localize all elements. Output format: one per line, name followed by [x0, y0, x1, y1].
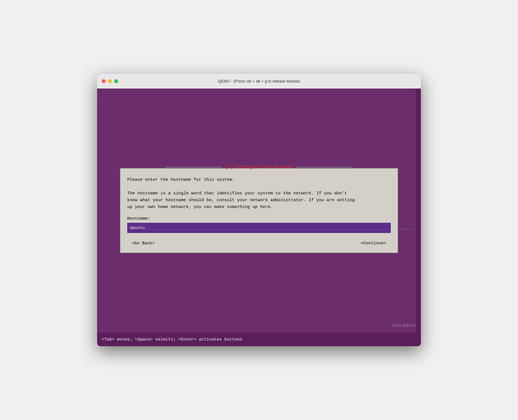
close-button[interactable]	[102, 79, 106, 83]
status-text: <Tab> moves; <Space> selects; <Enter> ac…	[102, 337, 242, 342]
go-back-button[interactable]: <Go Back>	[130, 240, 157, 247]
titlebar: QEMU - (Press ctrl + alt + g to release …	[97, 74, 421, 89]
continue-button[interactable]: <Continue>	[358, 240, 389, 247]
title-line-right	[296, 167, 353, 167]
watermark: CSDN @捡点半	[392, 323, 416, 328]
dialog-description: Please enter the hostname for this syste…	[127, 177, 391, 211]
hostname-input-container[interactable]: ubuntu__________________________________…	[127, 223, 391, 233]
traffic-lights	[102, 79, 118, 83]
minimize-button[interactable]	[108, 79, 112, 83]
desc-line4: up your own home network, you can make s…	[127, 204, 391, 211]
desc-line3: know what your hostname should be, consu…	[127, 197, 391, 204]
window-title: QEMU - (Press ctrl + alt + g to release …	[218, 79, 300, 83]
dialog-title: [!] Configure the network	[222, 165, 296, 170]
desc-line1: Please enter the hostname for this syste…	[127, 177, 391, 183]
status-bar: <Tab> moves; <Space> selects; <Enter> ac…	[97, 333, 421, 346]
dialog-content: Please enter the hostname for this syste…	[120, 169, 398, 253]
terminal-area: [!] Configure the network Please enter t…	[97, 89, 421, 333]
dialog-title-bar: [!] Configure the network	[165, 165, 353, 170]
scrollbar[interactable]	[416, 89, 421, 333]
qemu-window: QEMU - (Press ctrl + alt + g to release …	[97, 74, 421, 346]
hostname-value: ubuntu	[128, 225, 146, 231]
hostname-underline: ________________________________________…	[146, 226, 421, 230]
dialog-buttons: <Go Back> <Continue>	[127, 240, 391, 247]
hostname-label: Hostname:	[127, 216, 391, 221]
title-line-left	[165, 167, 222, 167]
configure-network-dialog: [!] Configure the network Please enter t…	[120, 168, 398, 253]
desc-line2: The hostname is a single word that ident…	[127, 190, 391, 197]
maximize-button[interactable]	[114, 79, 118, 83]
